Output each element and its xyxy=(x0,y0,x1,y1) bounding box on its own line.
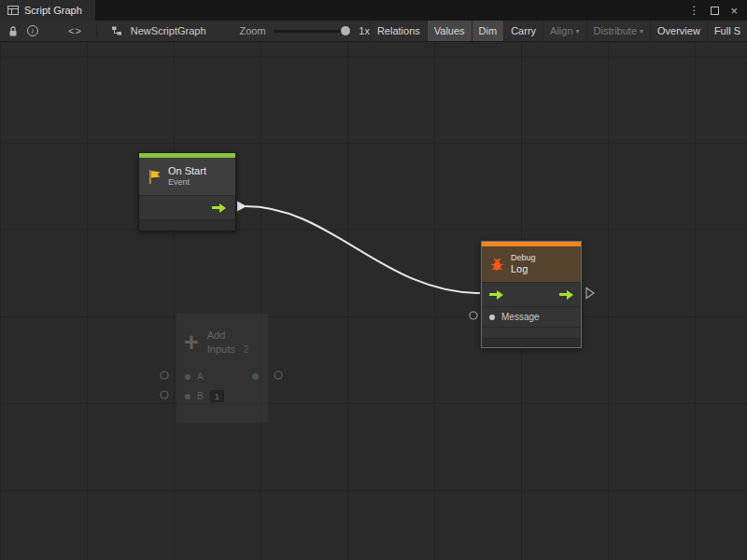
align-dropdown[interactable]: Align ▾ xyxy=(543,21,585,41)
debug-subfooter xyxy=(482,327,581,338)
graph-name-breadcrumb[interactable]: NewScriptGraph xyxy=(131,25,206,36)
input-b-value-field[interactable]: 1 xyxy=(210,390,224,402)
zoom-value: 1x xyxy=(359,25,370,36)
node-title: On Start xyxy=(168,165,206,178)
plus-icon: + xyxy=(184,330,199,355)
node-title: Log xyxy=(511,263,536,276)
input-a-label: A xyxy=(197,371,204,382)
node-add-inputs-ghost[interactable]: + Add Inputs 2 A B 1 xyxy=(176,313,269,424)
node-subtitle: Event xyxy=(168,177,206,188)
overview-button[interactable]: Overview xyxy=(650,21,707,41)
add-inputs-header: + Add Inputs 2 xyxy=(176,314,268,362)
node-category: Debug xyxy=(511,253,536,263)
input-b-port[interactable] xyxy=(185,394,190,399)
edit-script-icon[interactable]: <> xyxy=(63,21,87,41)
graph-canvas[interactable]: On Start Event Debug Log xyxy=(0,42,747,560)
relations-button[interactable]: Relations xyxy=(370,21,427,41)
zoom-slider-knob[interactable] xyxy=(341,26,350,35)
tab-title: Script Graph xyxy=(24,5,82,16)
graph-asset-icon xyxy=(106,21,127,41)
node-debug-log[interactable]: Debug Log Message xyxy=(481,241,582,348)
flow-output-port[interactable] xyxy=(212,203,226,213)
fullscreen-button[interactable]: Full S xyxy=(707,21,747,41)
on-start-footer xyxy=(139,219,235,231)
inputs-count: 2 xyxy=(244,343,249,357)
wire-start-arrow-icon xyxy=(237,202,247,212)
message-input-external-circle[interactable] xyxy=(470,312,477,319)
close-icon[interactable]: × xyxy=(730,5,738,17)
add-input-a-external-circle[interactable] xyxy=(161,371,168,379)
input-b-label: B xyxy=(197,391,204,401)
flow-input-port[interactable] xyxy=(489,290,503,300)
bug-icon xyxy=(489,257,505,273)
flow-wire[interactable] xyxy=(246,206,480,293)
graph-toolbar: i <> NewScriptGraph Zoom 1x Relations Va… xyxy=(0,21,747,42)
connection-overlay xyxy=(0,42,747,560)
output-port[interactable] xyxy=(252,373,259,380)
add-output-external-circle[interactable] xyxy=(275,371,282,379)
add-row-b: B 1 xyxy=(176,386,268,406)
maximize-icon[interactable] xyxy=(711,7,719,15)
toolbar-buttons: Relations Values Dim Carry Align ▾ Distr… xyxy=(370,21,747,41)
node-on-start[interactable]: On Start Event xyxy=(138,152,236,231)
on-start-header: On Start Event xyxy=(139,158,235,195)
window-menu-icon[interactable]: ⋮ xyxy=(688,5,699,16)
input-a-port[interactable] xyxy=(185,374,190,380)
chevron-down-icon: ▾ xyxy=(640,27,643,35)
add-row-a: A xyxy=(176,367,268,386)
flow-output-external-triangle-icon[interactable] xyxy=(586,288,594,299)
add-title-line2: Inputs xyxy=(207,343,235,357)
debug-message-row: Message xyxy=(482,306,581,327)
add-title-line1: Add xyxy=(207,329,249,343)
debug-log-header: Debug Log xyxy=(482,246,581,282)
distribute-dropdown[interactable]: Distribute ▾ xyxy=(586,21,650,41)
debug-flow-row xyxy=(482,282,581,306)
lock-icon[interactable] xyxy=(4,21,22,41)
dim-button[interactable]: Dim xyxy=(472,21,504,41)
debug-footer xyxy=(482,338,581,347)
flag-icon xyxy=(147,169,162,185)
title-bar: Script Graph ⋮ × xyxy=(0,0,747,21)
flow-output-port[interactable] xyxy=(559,290,573,300)
toolbar-divider xyxy=(96,23,97,38)
add-input-b-external-circle[interactable] xyxy=(161,391,168,399)
carry-button[interactable]: Carry xyxy=(503,21,543,41)
values-button[interactable]: Values xyxy=(427,21,472,41)
message-port-label: Message xyxy=(501,312,540,322)
chevron-down-icon: ▾ xyxy=(576,27,580,35)
on-start-port-row xyxy=(139,195,235,219)
tab-script-graph[interactable]: Script Graph xyxy=(0,0,95,21)
message-input-port[interactable] xyxy=(489,315,495,320)
graph-window-icon xyxy=(7,5,19,16)
zoom-label: Zoom xyxy=(240,25,266,36)
zoom-slider[interactable] xyxy=(274,30,352,33)
info-icon[interactable]: i xyxy=(22,21,43,41)
